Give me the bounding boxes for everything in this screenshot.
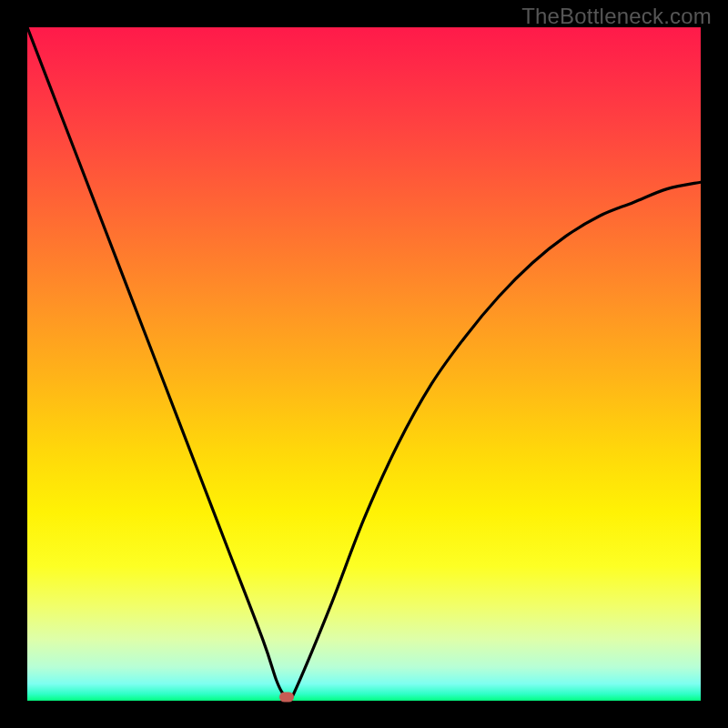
plot-area xyxy=(27,27,701,701)
watermark-text: TheBottleneck.com xyxy=(521,4,712,29)
bottleneck-curve xyxy=(27,27,701,698)
optimum-marker xyxy=(279,693,294,703)
chart-frame: TheBottleneck.com xyxy=(0,0,728,728)
curve-svg xyxy=(27,27,701,701)
